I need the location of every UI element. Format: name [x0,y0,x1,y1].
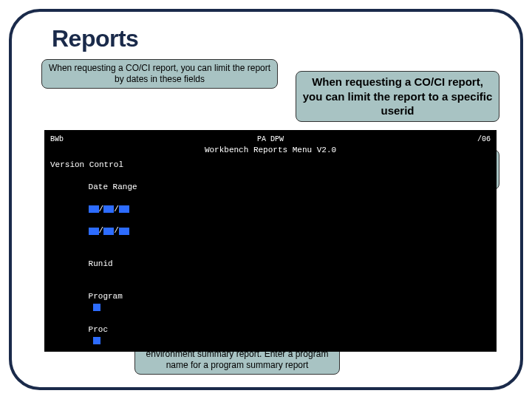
terminal-header-center: PA DPW [257,134,284,145]
program-check[interactable] [93,304,100,311]
terminal-subtitle: Workbench Reports Menu V2.0 [50,145,491,156]
slide-frame: Reports When requesting a CO/CI report, … [9,9,523,390]
label-program: Program [89,292,123,301]
callout-date-limit: When requesting a CO/CI report, you can … [41,59,278,89]
terminal-header-left: BWb [50,134,64,145]
proc-check[interactable] [93,337,100,344]
callout-userid-limit: When requesting a CO/CI report, you can … [296,71,499,122]
date-from-field[interactable]: // [89,205,129,214]
terminal-header-right: /06 [477,134,491,145]
label-runid: Runid [89,259,113,268]
label-date-range: Date Range [89,183,137,191]
terminal-screen: BWb PA DPW /06 Workbench Reports Menu V2… [44,130,497,352]
page-title: Reports [52,25,138,52]
date-to-field[interactable]: // [89,226,129,235]
section-version-control: Version Control [50,160,491,171]
label-proc: Proc [89,325,108,334]
